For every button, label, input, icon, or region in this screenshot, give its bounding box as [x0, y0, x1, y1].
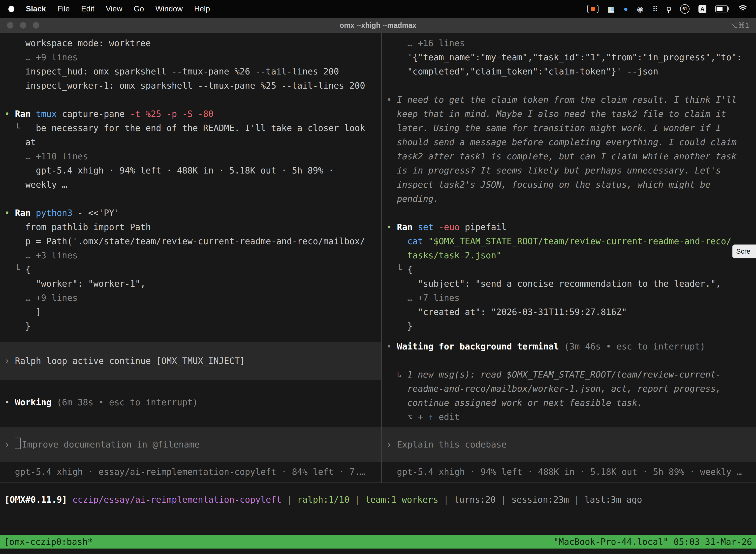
terminal-line: … +9 lines: [4, 50, 381, 64]
working-status-line: • Working (6m 38s • esc to interrupt): [4, 395, 381, 409]
new-message-notice: ↳ 1 new msg(s): read $OMX_TEAM_STATE_ROO…: [382, 368, 756, 424]
pane-footer-left: gpt-5.4 xhigh · essay/ai-reimplementatio…: [4, 465, 381, 479]
terminal-line: gpt-5.4 xhigh · essay/ai-reimplementatio…: [4, 465, 381, 479]
terminal-line: └ {: [4, 263, 381, 277]
tmux-pane-right[interactable]: … +16 lines '{"team_name":"my-team","tas…: [382, 33, 756, 483]
terminal-line: • I need to get the claim token from the…: [386, 93, 756, 107]
terminal-line: is in progress? It seems likely but perh…: [386, 164, 756, 178]
inject-banner: › Ralph loop active continue [OMX_TMUX_I…: [0, 342, 381, 380]
waiting-status-line: • Waiting for background terminal (3m 46…: [386, 340, 756, 354]
terminal-line: weekly …: [4, 178, 381, 192]
terminal-line: [4, 93, 381, 107]
terminal-line: └ be necessary for the end of the README…: [4, 121, 381, 135]
menu-items: FileEditViewGoWindowHelp: [57, 4, 210, 13]
menu-bar: Slack FileEditViewGoWindowHelp ▦ ● ◉ ⠿ 6…: [0, 0, 756, 18]
prompt-input-left[interactable]: › Improve documentation in @filename: [0, 427, 381, 462]
circle-app-icon[interactable]: ◉: [637, 5, 643, 13]
terminal-line: gpt-5.4 xhigh · 94% left · 488K in · 5.1…: [4, 164, 381, 178]
menu-bar-left: Slack FileEditViewGoWindowHelp: [8, 4, 210, 13]
terminal-line: "subject": "send a concise recommendatio…: [386, 277, 756, 291]
screen-recording-indicator-icon[interactable]: [587, 5, 598, 13]
terminal-line: '{"team_name":"my-team","task_id":"1","f…: [386, 50, 756, 64]
tmux-pane-left[interactable]: workspace_mode: worktree … +9 lines insp…: [0, 33, 381, 483]
tmux-host-datetime: "MacBook-Pro-44.local" 05:03 31-Mar-26: [553, 537, 752, 547]
pane-footer-right: gpt-5.4 xhigh · 94% left · 488K in · 5.1…: [386, 465, 756, 479]
apple-menu-icon[interactable]: [8, 6, 14, 12]
terminal-line: … +110 lines: [4, 150, 381, 164]
terminal-line: • Ran python3 - <<'PY': [4, 206, 381, 220]
terminal-line: [386, 206, 756, 220]
window-shortcut-hint: ⌥⌘1: [730, 21, 749, 30]
dots-grid-icon[interactable]: ⠿: [652, 5, 658, 13]
screen-share-overlay[interactable]: Scre: [732, 244, 756, 258]
desktop: Slack FileEditViewGoWindowHelp ▦ ● ◉ ⠿ 6…: [0, 0, 756, 554]
terminal-line: at: [4, 135, 381, 150]
terminal-line: inspect_worker-1: omx sparkshell --tmux-…: [4, 79, 381, 93]
terminal-output-left: workspace_mode: worktree … +9 lines insp…: [0, 33, 381, 333]
terminal-line: }: [386, 319, 756, 333]
wifi-icon[interactable]: [738, 5, 748, 13]
terminal-line: task2 after task1 is complete, but can I…: [386, 150, 756, 164]
menu-item-window[interactable]: Window: [155, 4, 183, 13]
menu-item-help[interactable]: Help: [194, 4, 210, 13]
prompt-input-right[interactable]: › Explain this codebase: [382, 427, 756, 462]
terminal-line: cat "$OMX_TEAM_STATE_ROOT/team/review-cu…: [386, 234, 756, 248]
terminal-line: from pathlib import Path: [4, 220, 381, 234]
terminal-line: keep that in mind. Maybe I also need the…: [386, 107, 756, 121]
terminal-line: • Ran set -euo pipefail: [386, 220, 756, 234]
key-icon[interactable]: [667, 7, 671, 11]
tmux-session-label: [omx-cczip0:bash*: [4, 537, 93, 547]
terminal-line: [OMX#0.11.9] cczip/essay/ai-reimplementa…: [4, 493, 756, 507]
terminal-line: ⌥ + ↑ edit: [386, 410, 756, 424]
window-titlebar[interactable]: omx --xhigh --madmax ⌥⌘1: [0, 18, 756, 33]
terminal-line: p = Path('.omx/state/team/review-current…: [4, 234, 381, 248]
terminal-line: [386, 79, 756, 93]
horizontal-pane-divider: [0, 483, 756, 483]
terminal-line: … +16 lines: [386, 36, 756, 50]
terminal-line: … +7 lines: [386, 291, 756, 305]
terminal-output-right: … +16 lines '{"team_name":"my-team","tas…: [382, 33, 756, 333]
window-title: omx --xhigh --madmax: [0, 21, 756, 30]
terminal-line: • Waiting for background terminal (3m 46…: [386, 340, 756, 354]
terminal-line: }: [4, 319, 381, 333]
terminal-line: workspace_mode: worktree: [4, 36, 381, 50]
grid-icon[interactable]: ▦: [608, 5, 614, 13]
drop-icon[interactable]: ●: [624, 5, 628, 13]
terminal-line: inspect_hud: omx sparkshell --tmux-pane …: [4, 64, 381, 79]
menu-item-go[interactable]: Go: [134, 4, 144, 13]
terminal-line: › Explain this codebase: [386, 438, 507, 452]
menu-app-name[interactable]: Slack: [26, 4, 46, 13]
menu-item-edit[interactable]: Edit: [81, 4, 94, 13]
terminal-line: ]: [4, 305, 381, 319]
menu-item-view[interactable]: View: [106, 4, 122, 13]
omx-status-line: [OMX#0.11.9] cczip/essay/ai-reimplementa…: [4, 493, 756, 507]
menu-item-file[interactable]: File: [57, 4, 70, 13]
terminal-line: pending.: [386, 192, 756, 206]
battery-percent-badge[interactable]: 61: [680, 4, 690, 14]
terminal-line: tasks/task-2.json": [386, 248, 756, 263]
terminal-line: should send a message before completing …: [386, 135, 756, 150]
terminal-line: • Ran tmux capture-pane -t %25 -p -S -80: [4, 107, 381, 121]
terminal-line: "worker": "worker-1",: [4, 277, 381, 291]
terminal-line: › Improve documentation in @filename: [4, 438, 200, 452]
terminal-line: [4, 192, 381, 206]
terminal-line: "completed","claim_token":"claim-token"}…: [386, 64, 756, 79]
text-cursor: [15, 438, 21, 449]
terminal-line: later. Using the same for transition mig…: [386, 121, 756, 135]
terminal-line: ↳ 1 new msg(s): read $OMX_TEAM_STATE_ROO…: [386, 368, 756, 382]
tmux-status-bar[interactable]: [omx-cczip0:bash* "MacBook-Pro-44.local"…: [0, 535, 756, 549]
terminal-line: gpt-5.4 xhigh · 94% left · 488K in · 5.1…: [386, 465, 756, 479]
input-source-icon[interactable]: A: [698, 5, 706, 13]
terminal-line: • Working (6m 38s • esc to interrupt): [4, 395, 381, 409]
terminal-line: inspect task2's JSON, focusing on the st…: [386, 178, 756, 192]
terminal-line: continue assigned work or next feasible …: [386, 396, 756, 410]
menu-bar-status-icons: ▦ ● ◉ ⠿ 61 A: [587, 4, 748, 14]
terminal-line: › Ralph loop active continue [OMX_TMUX_I…: [4, 354, 245, 368]
battery-icon[interactable]: [715, 5, 728, 12]
terminal-line: readme-and-reco/mailbox/worker-1.json, a…: [386, 382, 756, 396]
terminal-line: "created_at": "2026-03-31T11:59:27.816Z": [386, 305, 756, 319]
terminal-line: … +3 lines: [4, 248, 381, 263]
terminal-line: └ {: [386, 263, 756, 277]
terminal-line: … +9 lines: [4, 291, 381, 305]
